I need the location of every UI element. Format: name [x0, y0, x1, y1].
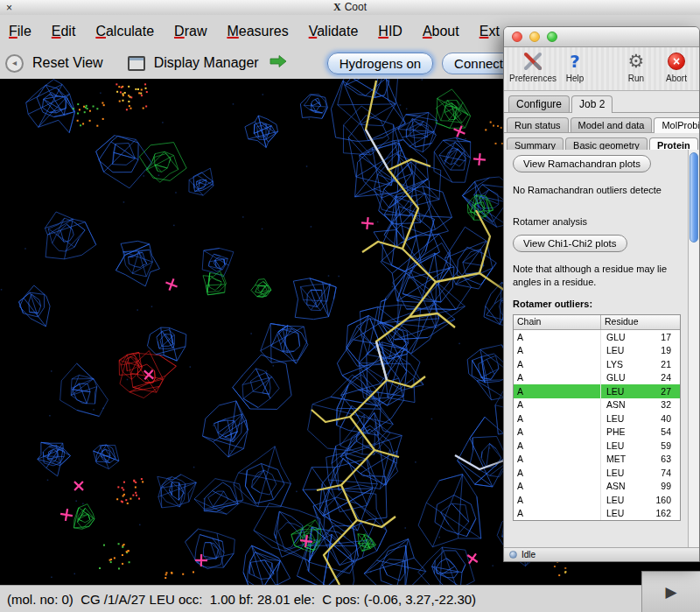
reset-view-button[interactable]: Reset View	[32, 55, 103, 71]
menu-about[interactable]: About	[423, 24, 459, 39]
table-row[interactable]: AASN99	[514, 480, 680, 494]
preferences-button[interactable]: Preferences	[509, 50, 556, 83]
coot-application: × XCoot File Edit Calculate Draw Measure…	[0, 0, 700, 612]
green-arrow-icon	[270, 55, 287, 71]
tab-run-status[interactable]: Run status	[507, 117, 569, 132]
table-row[interactable]: AGLU17	[514, 330, 680, 344]
help-button[interactable]: ? Help	[560, 50, 590, 83]
table-row[interactable]: AMET63	[514, 453, 680, 467]
tab-job-2[interactable]: Job 2	[571, 95, 612, 113]
result-tabs: Run status Model and data MolProbit	[504, 113, 699, 133]
preferences-tools-icon	[522, 50, 543, 73]
main-titlebar: × XCoot	[0, 0, 700, 16]
tab-configure[interactable]: Configure	[508, 95, 570, 112]
table-row[interactable]: APHE54	[514, 426, 680, 440]
reset-view-icon[interactable]: ◂	[5, 54, 24, 73]
table-row[interactable]: ALEU19	[514, 344, 680, 358]
rotamer-outliers-table: Chain Residue AGLU17ALEU19ALYS21AGLU24AL…	[513, 314, 681, 521]
menu-calculate[interactable]: Calculate	[95, 24, 154, 39]
residue-column-header[interactable]: Residue	[601, 315, 680, 329]
gear-icon: ⚙	[628, 50, 645, 73]
menu-file[interactable]: File	[9, 24, 32, 39]
rotamer-table-body: AGLU17ALEU19ALYS21AGLU24ALEU27AASN32ALEU…	[514, 330, 680, 520]
table-row[interactable]: AASN32	[514, 398, 680, 412]
table-row[interactable]: ALEU162	[514, 507, 680, 521]
tab-molprobity[interactable]: MolProbit	[654, 117, 700, 133]
dialog-titlebar	[504, 27, 699, 47]
tab-model-and-data[interactable]: Model and data	[570, 117, 653, 132]
abort-button[interactable]: × Abort	[657, 50, 696, 83]
protein-tab-panel: View Ramachandran plots No Ramachandran …	[504, 150, 688, 547]
dialog-minimize-icon[interactable]	[529, 32, 540, 42]
table-row[interactable]: ALEU74	[514, 466, 680, 480]
menu-measures[interactable]: Measures	[227, 24, 288, 39]
hydrogens-on-button[interactable]: Hydrogens on	[327, 53, 433, 74]
dialog-close-icon[interactable]	[512, 32, 522, 42]
chain-column-header[interactable]: Chain	[514, 315, 601, 329]
display-manager-button[interactable]: Display Manager	[154, 55, 259, 71]
dialog-scrollbar[interactable]	[688, 150, 699, 547]
table-row[interactable]: ALEU40	[514, 412, 680, 426]
display-manager-icon[interactable]	[128, 56, 145, 71]
main-status-bar: (mol. no: 0) CG /1/A/27 LEU occ: 1.00 bf…	[0, 585, 700, 612]
status-corner-panel: ▶	[641, 571, 700, 612]
menu-draw[interactable]: Draw	[174, 24, 206, 39]
table-row[interactable]: ALEU160	[514, 493, 680, 507]
dialog-toolbar: Preferences ? Help ⚙ Run × Abort	[504, 47, 699, 91]
dialog-status-bar: Idle	[504, 547, 699, 561]
view-ramachandran-plots-button[interactable]: View Ramachandran plots	[513, 155, 651, 172]
dialog-zoom-icon[interactable]	[547, 32, 557, 42]
menu-edit[interactable]: Edit	[52, 24, 76, 39]
atom-status-text: (mol. no: 0) CG /1/A/27 LEU occ: 1.00 bf…	[7, 592, 476, 607]
dialog-status-text: Idle	[522, 550, 536, 559]
status-indicator-icon	[509, 551, 517, 559]
scrollbar-thumb[interactable]	[690, 152, 698, 243]
scroll-right-icon[interactable]: ▶	[665, 583, 676, 601]
table-header-row: Chain Residue	[514, 315, 680, 330]
help-icon: ?	[570, 50, 580, 73]
menu-validate[interactable]: Validate	[309, 24, 359, 39]
x11-logo-icon: X	[333, 1, 341, 13]
rotamer-outliers-label: Rotamer outliers:	[513, 299, 684, 309]
window-title: XCoot	[0, 1, 700, 14]
molprobity-dialog: Preferences ? Help ⚙ Run × Abort Configu…	[503, 26, 700, 562]
menu-extensions[interactable]: Ext	[480, 24, 500, 39]
ramachandran-message: No Ramachandran outliers detecte	[513, 185, 684, 195]
table-row[interactable]: ALEU59	[514, 439, 680, 453]
table-row[interactable]: ALEU27	[514, 384, 680, 398]
abort-icon: ×	[668, 53, 685, 70]
rotamer-analysis-label: Rotamer analysis	[513, 216, 684, 227]
view-chi1-chi2-plots-button[interactable]: View Chi1-Chi2 plots	[513, 235, 627, 252]
rotamer-note-line2: angles in a residue.	[513, 277, 684, 287]
rotamer-note-line1: Note that although a residue may lie	[513, 264, 684, 274]
table-row[interactable]: AGLU24	[514, 371, 680, 385]
job-tabs: Configure Job 2	[504, 91, 699, 113]
menu-hid[interactable]: HID	[378, 24, 402, 39]
table-row[interactable]: ALYS21	[514, 357, 680, 371]
run-button[interactable]: ⚙ Run	[619, 50, 654, 83]
